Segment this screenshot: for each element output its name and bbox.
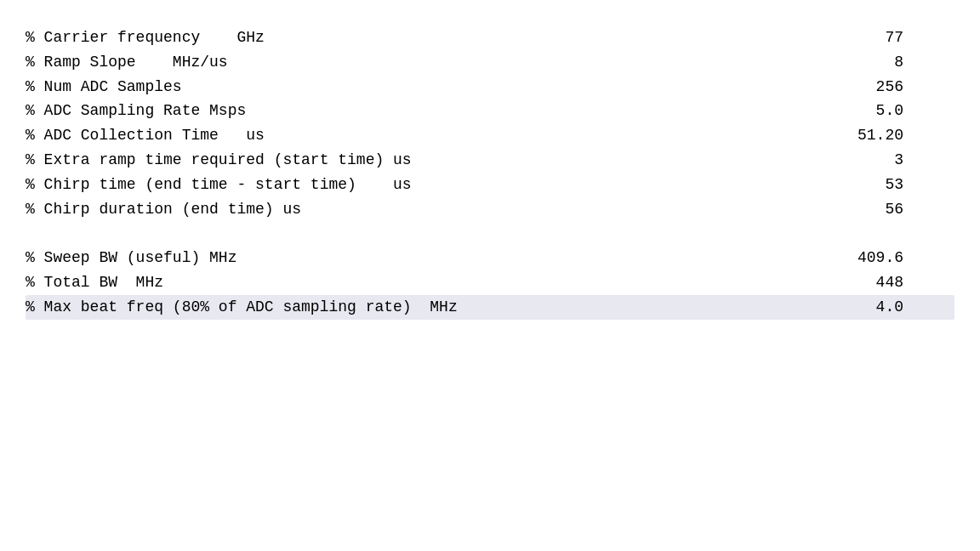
line-label-sweep-bw: % Sweep BW (useful) MHz [26, 246, 236, 270]
line-value-adc-collect: 51.20 [835, 123, 903, 148]
line-label-adc-collect: % ADC Collection Time us [26, 123, 265, 148]
code-line-carrier-freq: % Carrier frequency GHz77 [26, 26, 954, 50]
line-value-chirp-time: 53 [835, 173, 903, 197]
code-line-chirp-time: % Chirp time (end time - start time) us5… [26, 173, 954, 197]
line-value-num-adc: 256 [835, 75, 903, 99]
line-label-carrier-freq: % Carrier frequency GHz [26, 26, 265, 50]
line-label-total-bw: % Total BW MHz [26, 270, 163, 295]
code-line-chirp-duration: % Chirp duration (end time) us56 [26, 197, 954, 222]
main-content: % Carrier frequency GHz77% Ramp Slope MH… [0, 0, 980, 345]
line-label-num-adc: % Num ADC Samples [26, 75, 182, 99]
line-value-carrier-freq: 77 [835, 26, 903, 50]
line-value-chirp-duration: 56 [835, 197, 903, 222]
line-label-max-beat: % Max beat freq (80% of ADC sampling rat… [26, 295, 458, 320]
code-line-num-adc: % Num ADC Samples256 [26, 75, 954, 99]
line-label-ramp-slope: % Ramp Slope MHz/us [26, 50, 228, 75]
code-line-adc-collect: % ADC Collection Time us51.20 [26, 123, 954, 148]
spacer [26, 221, 954, 246]
line-value-sweep-bw: 409.6 [835, 246, 903, 270]
code-line-ramp-slope: % Ramp Slope MHz/us8 [26, 50, 954, 75]
line-value-extra-ramp: 3 [835, 148, 903, 173]
line-value-ramp-slope: 8 [835, 50, 903, 75]
line-value-max-beat: 4.0 [835, 295, 903, 320]
line-label-extra-ramp: % Extra ramp time required (start time) … [26, 148, 412, 173]
code-line-adc-rate: % ADC Sampling Rate Msps5.0 [26, 99, 954, 123]
line-label-chirp-duration: % Chirp duration (end time) us [26, 197, 301, 222]
code-line-extra-ramp: % Extra ramp time required (start time) … [26, 148, 954, 173]
code-line-sweep-bw: % Sweep BW (useful) MHz409.6 [26, 246, 954, 270]
line-label-adc-rate: % ADC Sampling Rate Msps [26, 99, 246, 123]
line-label-chirp-time: % Chirp time (end time - start time) us [26, 173, 412, 197]
line-value-adc-rate: 5.0 [835, 99, 903, 123]
line-value-total-bw: 448 [835, 270, 903, 295]
code-line-max-beat: % Max beat freq (80% of ADC sampling rat… [26, 295, 954, 320]
code-line-total-bw: % Total BW MHz448 [26, 270, 954, 295]
